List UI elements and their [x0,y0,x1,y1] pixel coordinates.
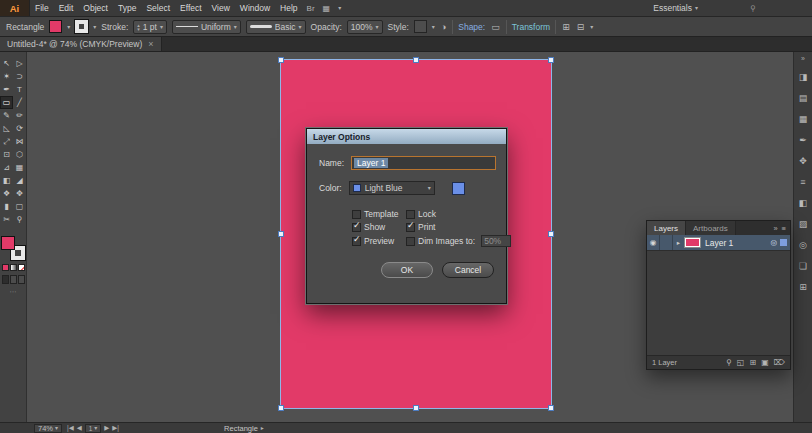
tool-perspective-grid[interactable]: ⊿ [0,161,13,174]
layer-color-swatch[interactable] [452,182,465,195]
make-clipping-mask-icon[interactable]: ◱ [737,358,745,367]
tool-free-transform[interactable]: ⊡ [0,148,13,161]
tool-lasso[interactable]: ⊃ [13,70,26,83]
workspace-switcher[interactable]: Essentials ▾ [647,0,704,16]
layer-color-select[interactable]: Light Blue ▾ [349,181,435,195]
print-checkbox[interactable]: ✓ Print [406,222,511,232]
tool-hand[interactable]: ⚲ [13,213,26,226]
tab-layers[interactable]: Layers [647,221,686,235]
navigator-panel-icon[interactable]: ⊞ [797,281,810,293]
graphic-style-swatch[interactable] [414,20,427,33]
recolor-artwork-icon[interactable]: ◑ [440,22,447,32]
tool-type[interactable]: T [13,83,26,96]
prev-artboard-icon[interactable]: ◀ [77,424,82,432]
layer-row[interactable]: ◉ ▸ Layer 1 ◎ [647,235,790,251]
tool-eyedropper[interactable]: ◢ [13,174,26,187]
distribute-objects-icon[interactable]: ⊟ [576,22,586,32]
ok-button[interactable]: OK [381,262,433,278]
visibility-eye-icon[interactable]: ◉ [647,235,660,250]
tool-mesh[interactable]: ▦ [13,161,26,174]
shape-widget-icon[interactable]: ▭ [490,22,501,32]
tool-slice[interactable]: ✂ [0,213,13,226]
fill-stroke-indicator[interactable] [1,236,25,260]
tool-blend[interactable]: ❖ [0,187,13,200]
document-tab[interactable]: Untitled-4* @ 74% (CMYK/Preview) × [0,37,162,51]
bridge-icon[interactable]: Br [303,0,319,16]
gradient-panel-icon[interactable]: ◧ [797,197,810,209]
dim-images-checkbox[interactable]: Dim Images to: 50% [406,235,511,247]
menu-object[interactable]: Object [78,0,113,16]
collapse-panel-icon[interactable]: » [773,224,777,233]
fill-indicator[interactable] [1,236,15,250]
selection-handle[interactable] [413,57,419,63]
tool-scale[interactable]: ⤢ [0,135,13,148]
expand-panels-icon[interactable]: » [801,55,805,62]
layer-thumbnail[interactable] [684,237,701,248]
chevron-down-icon[interactable]: ▾ [376,24,379,30]
close-icon[interactable]: × [148,39,153,49]
transparency-panel-icon[interactable]: ▨ [797,218,810,230]
appearance-panel-icon[interactable]: ◎ [797,239,810,251]
dialog-title-bar[interactable]: Layer Options [307,129,506,144]
menu-effect[interactable]: Effect [175,0,207,16]
app-logo[interactable]: Ai [0,0,30,16]
tool-paintbrush[interactable]: ✎ [0,109,13,122]
draw-behind-button[interactable] [10,275,17,284]
tab-artboards[interactable]: Artboards [686,221,736,235]
tool-rectangle[interactable]: ▭ [0,96,13,109]
tool-column-graph[interactable]: ▮ [0,200,13,213]
layer-name[interactable]: Layer 1 [705,238,770,248]
tool-line[interactable]: ╱ [13,96,26,109]
menu-type[interactable]: Type [113,0,141,16]
delete-layer-icon[interactable]: ⌦ [774,358,785,367]
preview-checkbox[interactable]: ✓ Preview [352,235,406,247]
last-artboard-icon[interactable]: ▶| [112,424,119,432]
tool-width[interactable]: ⋈ [13,135,26,148]
menu-edit[interactable]: Edit [54,0,79,16]
chevron-down-icon[interactable]: ▾ [590,24,593,30]
graphic-styles-panel-icon[interactable]: ❏ [797,260,810,272]
tool-pen[interactable]: ✒ [0,83,13,96]
stroke-color-swatch[interactable] [75,20,88,33]
transform-link[interactable]: Transform [512,22,550,32]
selection-handle[interactable] [413,405,419,411]
cancel-button[interactable]: Cancel [442,262,494,278]
menu-view[interactable]: View [207,0,235,16]
menu-select[interactable]: Select [141,0,175,16]
gradient-button[interactable] [10,264,17,271]
status-flyout-icon[interactable]: ▸ [261,425,264,431]
shape-link[interactable]: Shape: [458,22,485,32]
tool-symbol-sprayer[interactable]: ✥ [13,187,26,200]
zoom-level-select[interactable]: 74% ▾ [34,424,62,433]
selection-handle[interactable] [548,405,554,411]
status-display[interactable]: Rectangle ▸ [224,424,264,433]
tool-shape-builder[interactable]: ⬡ [13,148,26,161]
fill-color-swatch[interactable] [49,20,62,33]
name-input[interactable]: Layer 1 [351,156,496,170]
tool-artboard[interactable]: ▢ [13,200,26,213]
new-sublayer-icon[interactable]: ⊞ [749,358,756,367]
tool-pencil[interactable]: ✏ [13,109,26,122]
new-layer-icon[interactable]: ▣ [761,358,769,367]
tool-eraser[interactable]: ◺ [0,122,13,135]
chevron-down-icon[interactable]: ▾ [160,24,163,30]
lock-toggle-cell[interactable] [660,235,673,250]
tool-magic-wand[interactable]: ✶ [0,70,13,83]
artboard-number-select[interactable]: 1 ▾ [85,424,102,433]
show-checkbox[interactable]: ✓ Show [352,222,406,232]
stroke-panel-icon[interactable]: ≡ [797,176,810,188]
menu-help[interactable]: Help [275,0,302,16]
tool-selection[interactable]: ↖ [0,57,13,70]
draw-normal-button[interactable] [2,275,9,284]
first-artboard-icon[interactable]: |◀ [67,424,74,432]
stroke-weight-stepper[interactable]: ▴▾ 1 pt ▾ [133,20,167,34]
template-checkbox[interactable]: Template [352,209,406,219]
align-objects-icon[interactable]: ⊞ [561,22,571,32]
opacity-field[interactable]: 100% ▾ [347,20,383,34]
selection-color-square[interactable] [780,239,787,246]
menu-file[interactable]: File [30,0,54,16]
color-button[interactable] [2,264,9,271]
selection-handle[interactable] [548,231,554,237]
draw-inside-button[interactable] [18,275,25,284]
swatches-panel-icon[interactable]: ▦ [797,113,810,125]
